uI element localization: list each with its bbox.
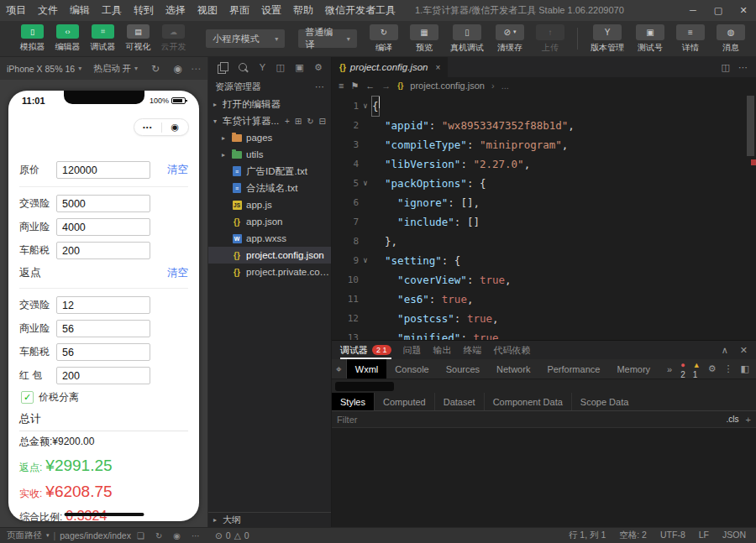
eol[interactable]: LF [699,530,709,541]
inspect-element-icon[interactable]: ⌖ [332,359,347,379]
debugger-toggle-button[interactable]: ⌗ 调试器 [90,24,115,53]
tab-computed[interactable]: Computed [375,393,435,410]
refresh-icon[interactable]: ↻ [307,117,313,126]
tab-component-data[interactable]: Component Data [485,393,572,410]
new-file-icon[interactable]: + [285,117,290,126]
code-line[interactable]: 2 "appid": "wx8953347352f88b1d", [332,116,756,135]
tree-item-app-wxss[interactable]: W app.wxss [208,230,331,247]
simulator-toggle-button[interactable]: ▯ 模拟器 [19,24,45,53]
clear-link[interactable]: 清空 [167,163,188,177]
rebate-commercial-input[interactable]: 56 [56,320,150,337]
dock-side-icon[interactable]: ◧ [741,363,749,374]
code-line[interactable]: 10 "coverView": true, [332,270,756,290]
devtools-menu-icon[interactable]: ⋮ [724,363,733,374]
tree-item-legal-domain[interactable]: ≡ 合法域名.txt [208,180,331,196]
close-panel-icon[interactable]: ✕ [740,345,748,356]
devtools-tab-memory[interactable]: Memory [608,359,659,379]
menu-project[interactable]: 项目 [0,0,32,21]
tab-output[interactable]: 输出 [433,344,452,357]
tab-debugger[interactable]: 调试器 2 1 [340,341,391,359]
tab-styles[interactable]: Styles [332,393,375,410]
messages-button[interactable]: ◍ 消息 [717,24,745,54]
mode-dropdown[interactable]: 小程序模式 ▾ [206,29,285,48]
code-editor[interactable]: 1∨{ 2 "appid": "wx8953347352f88b1d", 3 "… [332,94,756,340]
open-editors-section[interactable]: ▸ 打开的编辑器 [208,96,331,112]
device-dropdown[interactable]: iPhone X 85% 16 [7,64,75,74]
compile-button[interactable]: ↻ 编译 [370,24,398,54]
files-icon[interactable] [217,62,228,73]
problems-error-icon[interactable]: ⊙ [215,530,223,540]
devtools-tab-performance[interactable]: Performance [538,359,608,379]
commercial-insurance-input[interactable]: 4000 [56,218,150,236]
more-icon[interactable]: ⋯ [192,531,200,540]
menu-select[interactable]: 选择 [160,0,192,21]
minimize-icon[interactable]: ─ [680,0,706,21]
close-tab-icon[interactable]: × [436,63,441,72]
red-packet-input[interactable]: 200 [56,367,150,384]
devtools-tab-network[interactable]: Network [488,359,538,379]
project-root-section[interactable]: ▾ 车贷计算器... + ⊞ ↻ ⊟ [208,112,331,129]
tools-icon[interactable]: ⚙ [314,62,323,73]
details-button[interactable]: ≡ 详情 [676,24,705,54]
indentation[interactable]: 空格: 2 [619,530,647,541]
problems-error-count[interactable]: 0 [226,530,231,540]
screenshot-icon[interactable]: ◉ [173,531,181,540]
devtools-tab-console[interactable]: Console [386,359,437,379]
fold-icon[interactable]: ∨ [359,97,372,116]
clear-cache-button[interactable]: ⊘▾ 清缓存 [496,24,524,54]
encoding[interactable]: UTF-8 [660,530,685,541]
menu-help[interactable]: 帮助 [287,0,319,21]
expand-panel-icon[interactable]: ∧ [722,345,728,356]
language-mode[interactable]: JSON [722,530,746,541]
refresh-icon[interactable]: ↻ [151,63,160,75]
menu-tools[interactable]: 工具 [96,0,128,21]
menu-file[interactable]: 文件 [32,0,64,21]
new-style-rule-icon[interactable]: + [746,415,751,425]
tab-dataset[interactable]: Dataset [435,393,485,410]
outline-menu-icon[interactable]: ≡ [339,81,344,91]
fold-icon[interactable]: ∨ [359,251,372,270]
more-icon[interactable]: ⋯ [315,81,324,92]
editor-scrollbar[interactable] [747,96,754,156]
split-editor-icon[interactable]: ◫ [276,62,284,73]
test-account-button[interactable]: ▣ 测试号 [636,24,664,54]
menu-goto[interactable]: 转到 [128,0,160,21]
collapse-all-icon[interactable]: ⊟ [319,117,326,126]
devtools-tab-sources[interactable]: Sources [438,359,488,379]
close-miniprogram-icon[interactable]: ◉ [162,122,189,133]
cursor-position[interactable]: 行 1, 列 1 [569,530,606,541]
toggle-class-button[interactable]: .cls [727,415,739,424]
tab-terminal[interactable]: 终端 [464,344,482,357]
devtools-tab-wxml[interactable]: Wxml [347,359,387,379]
code-line[interactable]: 11 "es6": true, [332,290,756,309]
code-line[interactable]: 6 "ignore": [], [332,193,756,212]
close-icon[interactable]: ✕ [731,0,756,21]
more-icon[interactable]: ••• [134,123,161,131]
editor-toggle-button[interactable]: ‹› 编辑器 [55,24,80,53]
wxml-node[interactable] [335,382,394,391]
back-icon[interactable]: ← [365,81,375,91]
tax-separation-checkbox[interactable]: ✓ 价税分离 [21,390,188,405]
devtools-overflow-icon[interactable]: » [659,359,680,379]
tab-code-deps[interactable]: 代码依赖 [494,344,531,357]
code-line[interactable]: 8 }, [332,232,756,251]
package-icon[interactable]: ▣ [295,62,303,73]
tree-item-project-private-config[interactable]: {} project.private.config.js... [208,264,331,280]
tab-scope-data[interactable]: Scope Data [572,393,637,410]
error-count[interactable]: 2 [680,370,685,379]
devtools-settings-icon[interactable]: ⚙ [708,363,717,374]
page-path-value[interactable]: pages/index/index [60,530,131,540]
vehicle-tax-input[interactable]: 200 [56,242,150,259]
clear-link[interactable]: 清空 [167,266,188,280]
warning-count[interactable]: 1 [693,370,698,379]
tree-item-utils[interactable]: ▸ utils [208,146,331,163]
problems-warning-icon[interactable]: △ [234,530,241,540]
version-management-button[interactable]: Y 版本管理 [591,24,624,54]
split-editor-icon[interactable]: ◫ [722,62,730,73]
rotate-icon[interactable]: ↻ [155,531,162,540]
code-line[interactable]: 13 "minified": true, [332,328,756,340]
menu-interface[interactable]: 界面 [223,0,255,21]
problems-warning-count[interactable]: 0 [244,530,249,540]
compile-mode-dropdown[interactable]: 普通编译 ▾ [298,29,357,48]
code-line[interactable]: 1∨{ [332,97,756,116]
